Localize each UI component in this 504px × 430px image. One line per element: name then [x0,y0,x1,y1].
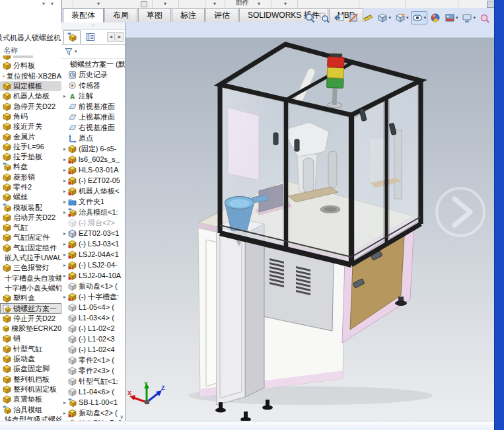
expand-arrow-icon[interactable]: ▸ [61,400,68,406]
parts-list-item[interactable]: 锁螺丝方案一 [0,303,61,313]
feature-tree-item[interactable]: 传感器 [61,80,125,90]
parts-list-item[interactable]: 固定模板 [0,81,61,91]
feature-tree-item[interactable]: L1-03<4> ( [61,312,125,323]
feature-tree-item[interactable]: ▸机器人垫板< [61,186,125,196]
view-orientation-button[interactable]: ▾ [394,11,410,24]
chevron-down-icon[interactable]: ▾ [473,15,476,20]
feature-tree-item[interactable]: ▸振动盘<2> ( [61,408,125,418]
parts-list-item[interactable]: 料盘 [0,162,61,172]
expand-arrow-icon[interactable]: ▸ [61,273,68,279]
chevron-down-icon[interactable]: ▾ [42,1,45,7]
chevron-down-icon[interactable]: ▾ [388,15,391,20]
expand-arrow-icon[interactable]: ▸ [61,252,68,258]
feature-tree-item[interactable]: 原点 [61,133,125,143]
parts-list-item[interactable]: 针型气缸 [0,344,61,354]
chevron-down-icon[interactable]: ▾ [97,1,100,7]
feature-tree-item[interactable]: 右视基准面 [61,122,125,133]
hide-show-items-button[interactable]: ▾ [411,11,427,24]
parts-list-item[interactable]: 整列机挡板 [0,375,61,384]
featuremanager-tree-tab[interactable] [63,30,81,44]
parts-list-item[interactable]: 零件2 [0,182,61,192]
feature-tree-item[interactable]: ▸A注解 [61,90,125,101]
feature-tree-item[interactable]: ▸(-) 十字槽盘: [61,291,125,302]
feature-tree-item[interactable]: ▸SB-L1-00<1 [61,397,125,408]
parts-list-item[interactable]: 螺丝 [0,192,61,202]
chevron-down-icon[interactable]: ▾ [284,1,287,7]
feature-tree-item[interactable]: (-) L1-02<3 [61,334,125,344]
expand-arrow-icon[interactable]: ▸ [61,157,68,162]
section-view-button[interactable] [347,11,360,24]
panel-next-arrow[interactable]: ▸ [116,32,124,42]
zoom-to-fit-button[interactable] [303,11,316,24]
feature-tree-item[interactable]: (-) L1-02<4 [61,344,125,355]
ribbon-tab-3[interactable]: 草图 [138,8,171,22]
chevron-down-icon[interactable]: ▾ [406,15,409,20]
parts-list-item[interactable]: 橡胶垫ECRK20 [0,324,61,334]
tree-scroll-up[interactable]: ∧ [120,60,124,65]
feature-tree-item[interactable]: ▸ls6_602s_s_ [61,154,125,164]
chevron-down-icon[interactable]: ▾ [423,15,426,20]
panel-splitter-handle[interactable]: ○ [61,22,125,30]
tree-filter-bar[interactable]: ▾ [61,45,125,59]
feature-tree-item[interactable]: ▸治具模组<1: [61,207,125,217]
parts-list-item[interactable]: 金属片 [0,131,61,141]
parts-list-item[interactable]: 机器人垫板 [0,91,61,101]
feature-tree-item[interactable]: 历史记录 [61,69,125,80]
column-header-name[interactable]: 名称 [3,46,18,55]
property-manager-tab[interactable] [82,30,99,44]
toolbar-button[interactable] [141,1,147,7]
parts-list-item[interactable]: 气缸固定组件 [0,243,61,253]
expand-arrow-icon[interactable]: ▸ [61,167,68,173]
expand-arrow-icon[interactable]: ▸ [61,93,68,99]
feature-tree-item[interactable]: ▸(-) EZT02-05 [61,175,125,186]
feature-tree-item[interactable]: ▸(-) LSJ2-04- [61,260,125,270]
feature-tree-item[interactable]: ▸LSJ2-04A<1 [61,249,125,260]
panel-prev-arrow[interactable]: ◂ [107,32,115,42]
next-view-arrow[interactable] [437,188,484,236]
clipped-tool-button[interactable] [478,11,491,24]
ribbon-tab-1[interactable]: 装配体 [63,8,104,22]
parts-list-item[interactable]: 启动开关D22 [0,213,61,223]
graphics-viewport[interactable]: X Y Z [126,38,494,421]
parts-list-item[interactable]: 塑料盒 [0,293,61,303]
feature-tree-item[interactable]: ▸文件夹1 [61,196,125,207]
parts-list-item[interactable]: 停止开关D22 [0,314,61,324]
parts-list-item[interactable]: 拉手垫板 [0,152,61,162]
feature-tree-item[interactable]: ▸HLS-03-01A [61,164,125,175]
view-settings-button[interactable]: ▾ [460,11,477,24]
feature-tree-item[interactable]: (-) L1-02<2 [61,323,125,334]
measure-button[interactable] [361,11,375,24]
expand-arrow-icon[interactable]: ▸ [61,188,68,194]
parts-list-item[interactable]: 气缸固定件 [0,233,61,242]
feature-tree-item[interactable]: 针型气缸<1: [61,376,125,386]
parts-list-item[interactable]: 模板装配 [0,202,61,212]
expand-arrow-icon[interactable]: ▸ [61,199,68,205]
chevron-down-icon[interactable]: ▾ [51,1,54,7]
chevron-down-icon[interactable]: ▾ [164,1,166,7]
parts-list-item[interactable]: 复位按钮-XB2BA [0,71,61,81]
parts-list-item[interactable]: 销 [0,334,61,343]
feature-tree-item[interactable]: ▸(固定) 6-s5- [61,143,125,154]
parts-list-item[interactable]: 分料板 [0,61,61,71]
feature-tree-item[interactable]: 零件2<3> ( [61,365,125,376]
feature-tree-item[interactable]: 上视基准面 [61,112,125,122]
ribbon-tab-2[interactable]: 布局 [104,8,137,22]
ribbon-tab-5[interactable]: 评估 [205,8,238,22]
chevron-down-icon[interactable]: ▾ [75,49,77,54]
feature-tree-item[interactable]: L1-04<6> ( [61,386,125,397]
chevron-down-icon[interactable]: ▾ [213,1,216,7]
expand-arrow-icon[interactable]: ▸ [61,262,68,268]
expand-arrow-icon[interactable]: ▸ [61,231,68,236]
parts-list-item[interactable]: 接近开关 [0,122,61,131]
previous-view-button[interactable] [332,11,345,24]
display-style-button[interactable]: ▾ [376,11,392,24]
parts-list-item[interactable]: 十字槽小盘头螺钉 [0,283,61,293]
parts-list-item[interactable]: 三色报警灯 [0,263,61,273]
chevron-down-icon[interactable]: ▾ [456,15,458,20]
parts-list-item[interactable]: 急停开关D22 [0,101,61,111]
feature-tree-item[interactable]: ▸(-) LSJ-03<1 [61,238,125,249]
feature-tree-item[interactable]: 前视基准面 [61,101,125,112]
feature-tree-item[interactable]: 零件2<1> ( [61,355,125,365]
ribbon-tab-4[interactable]: 标注 [172,8,205,22]
expand-arrow-icon[interactable]: ▸ [61,178,68,184]
